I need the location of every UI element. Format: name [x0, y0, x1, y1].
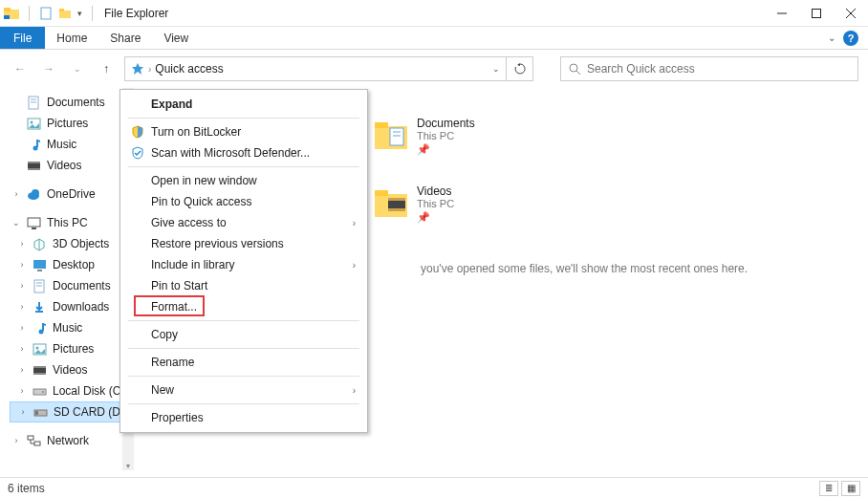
- doc-icon: [33, 279, 47, 293]
- expand-arrow-icon[interactable]: ›: [17, 281, 27, 291]
- svg-rect-21: [28, 168, 40, 170]
- svg-point-34: [39, 329, 44, 334]
- recent-files-hint: you've opened some files, we'll show the…: [421, 262, 868, 275]
- refresh-button[interactable]: [507, 56, 533, 81]
- expand-arrow-icon[interactable]: ›: [17, 386, 27, 396]
- sidebar-item-downloads[interactable]: ›Downloads: [10, 296, 134, 317]
- forward-button[interactable]: →: [38, 58, 59, 79]
- menu-item-new[interactable]: New›: [120, 379, 367, 401]
- expand-arrow-icon[interactable]: ›: [17, 239, 27, 249]
- help-icon[interactable]: ?: [843, 31, 858, 46]
- status-bar: 6 items ≣ ▦: [0, 477, 868, 498]
- expand-arrow-icon[interactable]: ›: [17, 365, 27, 375]
- video-icon: [33, 363, 47, 378]
- expand-arrow-icon[interactable]: ›: [17, 302, 27, 312]
- menu-item-rename[interactable]: Rename: [120, 352, 367, 373]
- sidebar-item-onedrive[interactable]: › OneDrive: [10, 184, 134, 205]
- sidebar-item-desktop[interactable]: ›Desktop: [10, 254, 134, 275]
- music-icon: [27, 138, 41, 152]
- menu-item-copy[interactable]: Copy: [120, 324, 367, 345]
- close-button[interactable]: [834, 0, 868, 27]
- expand-arrow-icon[interactable]: ›: [11, 436, 21, 445]
- address-dropdown-icon[interactable]: ⌄: [492, 64, 500, 74]
- menu-item-label: Pin to Quick access: [147, 195, 356, 208]
- menu-item-include-in-library[interactable]: Include in library›: [120, 254, 367, 275]
- qat-new-folder-icon[interactable]: [58, 7, 72, 20]
- sidebar-item-videos[interactable]: Videos: [10, 155, 134, 176]
- thumbnails-view-button[interactable]: ▦: [841, 481, 860, 496]
- expand-arrow-icon[interactable]: ›: [18, 407, 28, 417]
- frequent-folder-documents[interactable]: DocumentsThis PC📌: [373, 117, 545, 156]
- sidebar-item-documents[interactable]: ›Documents: [10, 275, 134, 296]
- menu-item-properties[interactable]: Properties: [120, 407, 367, 428]
- submenu-arrow-icon: ›: [353, 218, 356, 228]
- address-bar[interactable]: › Quick access ⌄: [124, 56, 507, 81]
- svg-point-11: [570, 64, 577, 72]
- 3d-icon: [33, 237, 47, 251]
- menu-item-open-in-new-window[interactable]: Open in new window: [120, 170, 367, 191]
- qat-dropdown-icon[interactable]: ▾: [77, 9, 82, 18]
- back-button[interactable]: ←: [10, 58, 31, 79]
- submenu-arrow-icon: ›: [353, 385, 356, 396]
- sidebar-item-label: Music: [47, 138, 76, 151]
- menu-item-label: Properties: [147, 411, 356, 424]
- tab-view[interactable]: View: [152, 27, 200, 49]
- menu-item-restore-previous-versions[interactable]: Restore previous versions: [120, 233, 367, 254]
- menu-item-scan-with-microsoft-defender[interactable]: Scan with Microsoft Defender...: [120, 142, 367, 163]
- breadcrumb-arrow-icon[interactable]: ›: [148, 64, 151, 75]
- svg-rect-29: [37, 270, 42, 271]
- collapse-arrow-icon[interactable]: ⌄: [11, 218, 21, 227]
- svg-point-36: [36, 346, 39, 349]
- expand-arrow-icon[interactable]: ›: [17, 323, 27, 333]
- menu-item-pin-to-quick-access[interactable]: Pin to Quick access: [120, 191, 367, 212]
- sidebar-item-this-pc[interactable]: ⌄ This PC: [10, 212, 134, 233]
- minimize-button[interactable]: [765, 0, 799, 27]
- sidebar-item-documents[interactable]: Documents: [10, 92, 134, 113]
- details-view-button[interactable]: ≣: [819, 481, 838, 496]
- sidebar-item-label: OneDrive: [47, 187, 96, 201]
- qat-properties-icon[interactable]: [39, 7, 53, 20]
- menu-separator: [128, 403, 359, 404]
- menu-item-pin-to-start[interactable]: Pin to Start: [120, 275, 367, 296]
- search-input[interactable]: [587, 62, 850, 76]
- up-button[interactable]: ↑: [96, 58, 117, 79]
- search-box[interactable]: [560, 56, 858, 81]
- expand-arrow-icon[interactable]: ›: [17, 344, 27, 354]
- svg-rect-7: [813, 9, 821, 17]
- expand-arrow-icon[interactable]: ›: [11, 189, 21, 199]
- menu-item-give-access-to[interactable]: Give access to›: [120, 212, 367, 233]
- svg-point-41: [42, 391, 44, 393]
- menu-item-label: Scan with Microsoft Defender...: [147, 146, 356, 160]
- menu-separator: [128, 118, 359, 119]
- sidebar-item-label: Downloads: [53, 300, 109, 314]
- sidebar-item-3d-objects[interactable]: ›3D Objects: [10, 233, 134, 254]
- sidebar-item-sd-card-d-[interactable]: ›SD CARD (D:): [10, 401, 134, 422]
- ribbon-collapse-icon[interactable]: ⌄: [828, 32, 835, 43]
- recent-locations-button[interactable]: ⌄: [67, 58, 88, 79]
- quick-access-toolbar: ▾: [0, 6, 97, 21]
- tab-home[interactable]: Home: [45, 27, 98, 49]
- breadcrumb[interactable]: Quick access: [155, 62, 223, 76]
- file-tab[interactable]: File: [0, 27, 45, 49]
- desktop-icon: [33, 258, 47, 272]
- menu-item-label: Include in library: [147, 258, 353, 271]
- sidebar-item-music[interactable]: ›Music: [10, 317, 134, 338]
- sidebar-item-pictures[interactable]: ›Pictures: [10, 338, 134, 359]
- menu-item-label: Restore previous versions: [147, 237, 356, 250]
- sidebar-item-music[interactable]: Music: [10, 134, 134, 155]
- sidebar-item-local-disk-c-[interactable]: ›Local Disk (C:): [10, 380, 134, 401]
- menu-item-expand[interactable]: Expand: [120, 94, 367, 115]
- svg-rect-45: [34, 442, 40, 445]
- menu-item-format[interactable]: Format...: [120, 296, 367, 317]
- maximize-button[interactable]: [799, 0, 834, 27]
- sidebar-item-pictures[interactable]: Pictures: [10, 113, 134, 134]
- expand-arrow-icon[interactable]: ›: [17, 260, 27, 270]
- frequent-folder-videos[interactable]: VideosThis PC📌: [373, 184, 545, 224]
- tab-share[interactable]: Share: [98, 27, 152, 49]
- sidebar-item-videos[interactable]: ›Videos: [10, 359, 134, 380]
- svg-line-12: [576, 71, 580, 75]
- ribbon-tabs: File Home Share View ⌄ ?: [0, 27, 868, 50]
- menu-item-turn-on-bitlocker[interactable]: Turn on BitLocker: [120, 121, 367, 142]
- sidebar-item-network[interactable]: › Network: [10, 430, 134, 451]
- svg-point-17: [31, 120, 33, 123]
